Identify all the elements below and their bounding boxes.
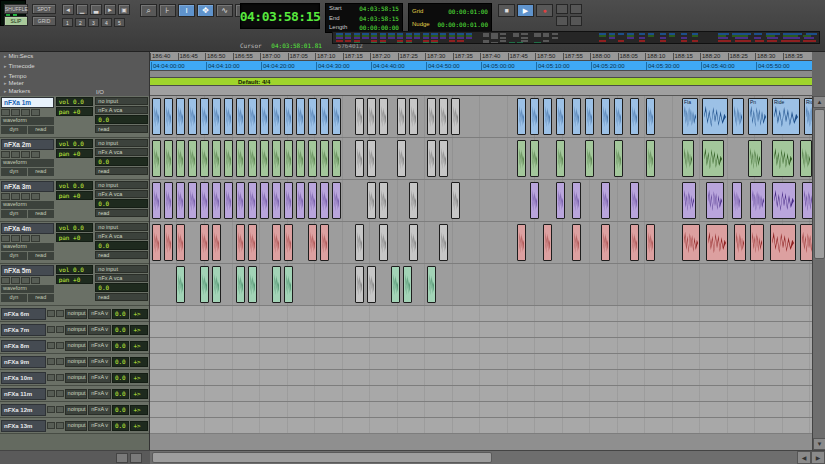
audio-clip[interactable]: [320, 140, 329, 177]
audio-clip[interactable]: [320, 98, 329, 135]
volume-display[interactable]: vol 0.0: [56, 181, 94, 190]
audio-clip[interactable]: [152, 182, 161, 219]
audio-clip[interactable]: [682, 182, 696, 219]
mute-button[interactable]: [56, 390, 64, 397]
audio-clip[interactable]: [439, 98, 448, 135]
audio-clip[interactable]: [556, 98, 565, 135]
mute-button[interactable]: [56, 342, 64, 349]
audio-clip[interactable]: [682, 140, 694, 177]
vertical-scrollbar[interactable]: ▲ ▼: [812, 96, 825, 450]
volume-value-display[interactable]: 0.0: [112, 373, 130, 383]
audio-clip[interactable]: [732, 98, 744, 135]
solo-button[interactable]: [47, 374, 55, 381]
audio-clip[interactable]: [284, 98, 293, 135]
audio-clip[interactable]: [308, 140, 317, 177]
audio-clip[interactable]: [770, 224, 796, 261]
track-lane-3[interactable]: [150, 180, 812, 222]
mute-button[interactable]: [56, 326, 64, 333]
audio-clip[interactable]: [682, 224, 700, 261]
audio-clip[interactable]: [296, 182, 305, 219]
audio-clip[interactable]: [200, 182, 209, 219]
audio-clip[interactable]: [572, 182, 581, 219]
output-path-selector[interactable]: nFxA v: [88, 405, 111, 415]
audio-clip[interactable]: [200, 266, 209, 303]
record-button[interactable]: ●: [536, 4, 553, 17]
audio-clip[interactable]: [556, 182, 565, 219]
audio-clip[interactable]: [164, 98, 173, 135]
audio-clip[interactable]: [272, 224, 281, 261]
pan-display[interactable]: pan +0: [56, 107, 94, 116]
audio-clip[interactable]: [646, 224, 655, 261]
track-view-selector[interactable]: waveform: [1, 117, 54, 125]
mute-button[interactable]: [21, 235, 30, 242]
ruler-name-meter[interactable]: ▸Meter: [4, 80, 24, 87]
grid-value[interactable]: 00:00:01:00: [448, 8, 488, 15]
audio-clip[interactable]: [284, 224, 293, 261]
audio-clip[interactable]: [212, 224, 221, 261]
audio-clip[interactable]: [320, 224, 329, 261]
record-enable-button[interactable]: [1, 109, 10, 116]
link-button[interactable]: [570, 16, 582, 26]
solo-button[interactable]: [47, 326, 55, 333]
audio-clip[interactable]: [212, 98, 221, 135]
record-enable-button[interactable]: [1, 277, 10, 284]
solo-button[interactable]: [47, 422, 55, 429]
audio-clip[interactable]: [614, 140, 623, 177]
automation-mode-button[interactable]: read: [28, 294, 54, 302]
pan-value-display[interactable]: +>: [130, 405, 148, 415]
play-button[interactable]: ▶: [517, 4, 534, 17]
input-path-selector[interactable]: noinput: [65, 405, 88, 415]
zoom-out-button[interactable]: [116, 453, 128, 463]
output-path-selector[interactable]: nFxA v: [88, 373, 111, 383]
audio-clip[interactable]: [176, 266, 185, 303]
audio-clip[interactable]: [164, 224, 173, 261]
volume-value-display[interactable]: 0.0: [112, 309, 130, 319]
audio-clip[interactable]: [800, 140, 812, 177]
loop-button[interactable]: [556, 16, 568, 26]
audio-clip[interactable]: [284, 140, 293, 177]
zoom-toggle-icon[interactable]: ▣: [118, 4, 130, 15]
audio-clip[interactable]: [734, 224, 746, 261]
track-lane-5[interactable]: [150, 264, 812, 306]
audio-clip[interactable]: [397, 140, 406, 177]
audio-clip[interactable]: [439, 140, 448, 177]
audio-clip[interactable]: [706, 224, 728, 261]
audio-clip[interactable]: [212, 182, 221, 219]
main-counter[interactable]: 04:03:58:15: [240, 3, 320, 29]
scroll-up-arrow[interactable]: ▲: [813, 96, 825, 108]
audio-clip[interactable]: [517, 98, 526, 135]
selector-tool-icon[interactable]: I: [178, 4, 195, 17]
track-name[interactable]: nFXa 3m: [1, 181, 54, 192]
audio-clip[interactable]: [530, 140, 539, 177]
record-enable-button[interactable]: [1, 235, 10, 242]
volume-value-display[interactable]: 0.0: [95, 115, 148, 124]
automation-mode-chip[interactable]: read: [95, 251, 148, 259]
audio-clip[interactable]: [403, 266, 412, 303]
audio-clip[interactable]: [630, 224, 639, 261]
solo-button[interactable]: [47, 406, 55, 413]
output-path-selector[interactable]: nFxA v: [88, 341, 111, 351]
pan-value-display[interactable]: +>: [130, 389, 148, 399]
record-enable-button[interactable]: [1, 151, 10, 158]
track-name[interactable]: nFXa 7m: [1, 324, 46, 336]
audio-clip[interactable]: [585, 140, 594, 177]
track-lane-12[interactable]: [150, 402, 812, 418]
audio-clip[interactable]: [260, 98, 269, 135]
track-name[interactable]: nFXa 5m: [1, 265, 54, 276]
audio-clip[interactable]: [236, 98, 245, 135]
track-lane-9[interactable]: [150, 354, 812, 370]
input-path-selector[interactable]: no input: [95, 139, 148, 147]
volume-display[interactable]: vol 0.0: [56, 265, 94, 274]
volume-value-display[interactable]: 0.0: [112, 357, 130, 367]
audio-clip[interactable]: [212, 140, 221, 177]
automation-mode-button[interactable]: read: [28, 252, 54, 260]
audio-clip[interactable]: [188, 182, 197, 219]
audio-clip[interactable]: [224, 182, 233, 219]
audio-clip[interactable]: [367, 140, 376, 177]
input-path-selector[interactable]: no input: [95, 223, 148, 231]
grabber-tool-icon[interactable]: ✥: [197, 4, 214, 17]
track-name[interactable]: nFXa 2m: [1, 139, 54, 150]
audio-clip[interactable]: [248, 182, 257, 219]
horizontal-scrollbar[interactable]: ◀ ▶: [0, 450, 825, 464]
output-path-selector[interactable]: nFx A vca: [95, 190, 148, 198]
